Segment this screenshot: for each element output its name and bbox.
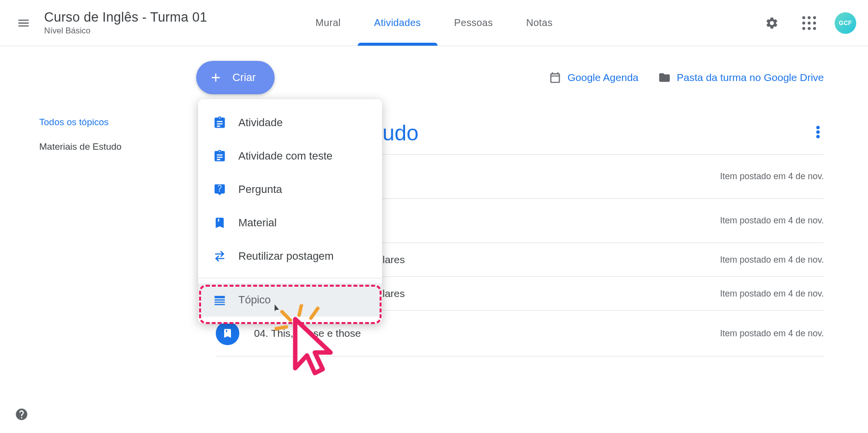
item-posted-date: Item postado em 4 de nov. bbox=[720, 328, 824, 339]
material-type-icon bbox=[216, 322, 239, 345]
class-subtitle: Nível Básico bbox=[44, 26, 207, 36]
class-title-block[interactable]: Curso de Inglês - Turma 01 Nível Básico bbox=[44, 10, 207, 36]
tab-notas[interactable]: Notas bbox=[510, 0, 569, 46]
reuse-icon bbox=[213, 249, 227, 263]
calendar-icon bbox=[549, 71, 562, 84]
clipboard-icon bbox=[213, 116, 227, 130]
calendar-link[interactable]: Google Agenda bbox=[549, 71, 638, 84]
app-header: Curso de Inglês - Turma 01 Nível Básico … bbox=[0, 0, 868, 46]
class-title: Curso de Inglês - Turma 01 bbox=[44, 10, 207, 25]
menu-item-topic[interactable]: Tópico bbox=[198, 283, 382, 317]
tab-pessoas[interactable]: Pessoas bbox=[437, 0, 510, 46]
drive-folder-link[interactable]: Pasta da turma no Google Drive bbox=[658, 71, 824, 84]
list-icon bbox=[213, 293, 227, 307]
sidebar-item-all-topics[interactable]: Todos os tópicos bbox=[39, 110, 196, 135]
item-posted-date: Item postado em 4 de nov. bbox=[720, 255, 824, 265]
bookmark-icon bbox=[213, 216, 227, 230]
folder-icon bbox=[658, 71, 671, 84]
item-title: lares bbox=[383, 254, 720, 266]
nav-tabs: Mural Atividades Pessoas Notas bbox=[299, 0, 569, 46]
calendar-link-label: Google Agenda bbox=[567, 72, 638, 83]
menu-item-quiz-assignment[interactable]: Atividade com teste bbox=[198, 139, 382, 173]
create-button-label: Criar bbox=[232, 71, 256, 84]
topics-sidebar: Todos os tópicos Materiais de Estudo bbox=[0, 46, 196, 356]
create-button[interactable]: Criar bbox=[196, 61, 275, 94]
question-icon bbox=[213, 183, 227, 196]
menu-item-question[interactable]: Pergunta bbox=[198, 173, 382, 206]
topic-heading[interactable]: udo bbox=[383, 121, 812, 145]
help-icon[interactable] bbox=[12, 405, 31, 424]
gear-icon[interactable] bbox=[760, 11, 784, 35]
menu-item-label: Atividade bbox=[238, 116, 283, 129]
avatar[interactable]: GCF bbox=[835, 12, 856, 34]
tab-mural[interactable]: Mural bbox=[299, 0, 357, 46]
sidebar-item-materials[interactable]: Materiais de Estudo bbox=[39, 135, 196, 159]
menu-item-label: Tópico bbox=[238, 294, 271, 306]
menu-item-material[interactable]: Material bbox=[198, 206, 382, 240]
menu-item-label: Material bbox=[238, 216, 277, 229]
menu-item-label: Pergunta bbox=[238, 183, 282, 196]
header-right: GCF bbox=[760, 11, 856, 35]
apps-grid-icon[interactable] bbox=[797, 11, 821, 35]
menu-separator bbox=[198, 278, 382, 278]
clipboard-icon bbox=[213, 149, 227, 163]
topic-more-icon[interactable] bbox=[812, 121, 824, 145]
svg-point-2 bbox=[817, 135, 820, 138]
plus-icon bbox=[209, 71, 223, 84]
item-posted-date: Item postado em 4 de nov. bbox=[720, 289, 824, 299]
drive-folder-link-label: Pasta da turma no Google Drive bbox=[677, 72, 824, 83]
menu-item-label: Reutilizar postagem bbox=[238, 250, 333, 263]
svg-point-0 bbox=[817, 126, 820, 129]
menu-item-label: Atividade com teste bbox=[238, 150, 332, 162]
tab-atividades[interactable]: Atividades bbox=[357, 0, 437, 46]
menu-item-reuse-post[interactable]: Reutilizar postagem bbox=[198, 240, 382, 273]
item-posted-date: Item postado em 4 de nov. bbox=[720, 171, 824, 182]
menu-item-assignment[interactable]: Atividade bbox=[198, 106, 382, 139]
item-title: 04. This, t hese e those bbox=[254, 327, 720, 339]
create-dropdown-menu: Atividade Atividade com teste Pergunta M… bbox=[198, 99, 382, 324]
hamburger-menu-icon[interactable] bbox=[12, 11, 35, 35]
item-title: lares bbox=[383, 288, 720, 299]
item-posted-date: Item postado em 4 de nov. bbox=[720, 216, 824, 226]
svg-point-1 bbox=[817, 131, 820, 134]
